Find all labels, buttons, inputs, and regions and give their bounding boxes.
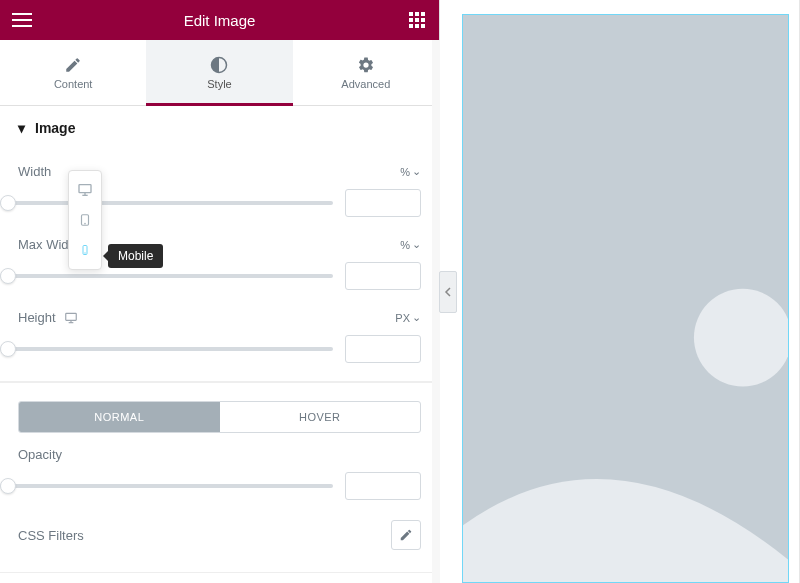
tooltip-mobile: Mobile (108, 244, 163, 268)
state-tab-hover[interactable]: HOVER (220, 402, 421, 432)
tab-label: Advanced (341, 78, 390, 90)
svg-rect-5 (421, 12, 425, 16)
svg-rect-16 (79, 185, 91, 193)
svg-rect-0 (12, 13, 32, 15)
gear-icon (357, 56, 375, 74)
width-input[interactable] (345, 189, 421, 217)
device-opt-tablet[interactable] (69, 205, 101, 235)
chevron-down-icon: ⌄ (412, 311, 421, 324)
tab-advanced[interactable]: Advanced (293, 40, 439, 105)
control-height: Height PX ⌄ (18, 296, 421, 325)
main-tabs: Content Style Advanced (0, 40, 439, 106)
apps-icon[interactable] (405, 8, 429, 32)
image-preview[interactable] (462, 14, 789, 583)
svg-rect-7 (415, 18, 419, 22)
slider-opacity (18, 472, 421, 500)
slider-thumb[interactable] (0, 478, 16, 494)
control-label-text: Width (18, 164, 51, 179)
svg-rect-11 (421, 24, 425, 28)
svg-rect-4 (415, 12, 419, 16)
slider-track[interactable] (0, 201, 333, 205)
control-opacity: Opacity (18, 433, 421, 462)
slider-thumb[interactable] (0, 268, 16, 284)
state-tabs: NORMAL HOVER (18, 401, 421, 433)
pencil-icon (64, 56, 82, 74)
svg-rect-1 (12, 19, 32, 21)
slider-height (18, 335, 421, 363)
image-placeholder (463, 15, 788, 582)
maxwidth-input[interactable] (345, 262, 421, 290)
section-state: NORMAL HOVER Opacity CSS Filters (0, 382, 439, 573)
unit-select-width[interactable]: % ⌄ (400, 165, 421, 178)
chevron-down-icon: ⌄ (412, 165, 421, 178)
svg-rect-13 (65, 313, 76, 320)
height-input[interactable] (345, 335, 421, 363)
caret-down-icon: ▾ (18, 120, 25, 136)
device-opt-desktop[interactable] (69, 175, 101, 205)
unit-select-height[interactable]: PX ⌄ (395, 311, 421, 324)
slider-track[interactable] (0, 484, 333, 488)
tab-style[interactable]: Style (146, 40, 292, 105)
svg-point-24 (694, 289, 788, 387)
device-popover (68, 170, 102, 270)
slider-track[interactable] (0, 347, 333, 351)
svg-rect-6 (409, 18, 413, 22)
control-label-text: Opacity (18, 447, 62, 462)
panel-header: Edit Image (0, 0, 439, 40)
control-label-text: Height (18, 310, 56, 325)
slider-thumb[interactable] (0, 341, 16, 357)
svg-rect-8 (421, 18, 425, 22)
desktop-icon[interactable] (64, 311, 78, 325)
state-tab-normal[interactable]: NORMAL (19, 402, 220, 432)
svg-point-20 (85, 223, 86, 224)
unit-select-maxwidth[interactable]: % ⌄ (400, 238, 421, 251)
panel-collapse-handle[interactable] (439, 271, 457, 313)
section-image: ▾ Image Width % ⌄ (0, 106, 439, 382)
slider-track[interactable] (0, 274, 333, 278)
control-css-filters: CSS Filters (18, 506, 421, 560)
section-header-image[interactable]: ▾ Image (0, 106, 439, 150)
svg-point-22 (85, 253, 86, 254)
menu-icon[interactable] (10, 8, 34, 32)
tab-label: Style (207, 78, 231, 90)
svg-rect-3 (409, 12, 413, 16)
preview-panel (440, 0, 800, 583)
section-title: Image (35, 120, 75, 136)
svg-rect-9 (409, 24, 413, 28)
svg-rect-10 (415, 24, 419, 28)
device-opt-mobile[interactable] (69, 235, 101, 265)
tab-label: Content (54, 78, 93, 90)
css-filters-edit-button[interactable] (391, 520, 421, 550)
contrast-icon (210, 56, 228, 74)
svg-rect-2 (12, 25, 32, 27)
panel-title: Edit Image (184, 12, 256, 29)
slider-thumb[interactable] (0, 195, 16, 211)
opacity-input[interactable] (345, 472, 421, 500)
control-label-text: CSS Filters (18, 528, 84, 543)
chevron-down-icon: ⌄ (412, 238, 421, 251)
tab-content[interactable]: Content (0, 40, 146, 105)
